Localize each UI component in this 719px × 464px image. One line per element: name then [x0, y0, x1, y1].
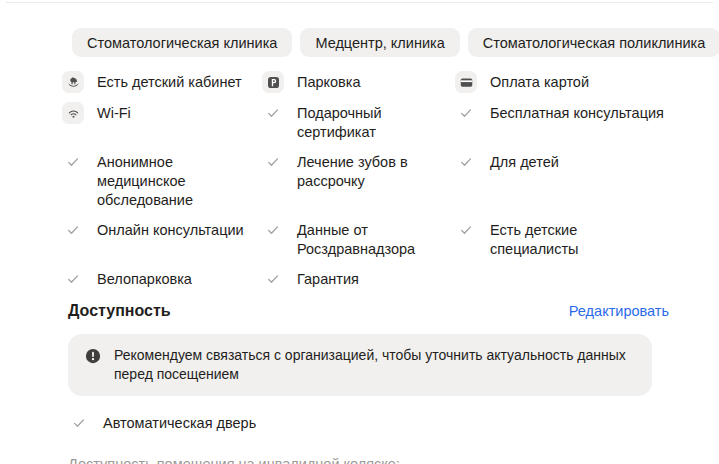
- feature-item: Wi-Fi: [62, 102, 262, 142]
- wifi-icon: [62, 102, 84, 124]
- accessibility-features: Автоматическая дверь: [68, 412, 669, 434]
- check-icon: [262, 219, 284, 241]
- feature-label: Автоматическая дверь: [103, 412, 256, 433]
- category-chip-3[interactable]: Стоматологическая поликлиника: [468, 28, 719, 57]
- features-grid: Есть детский кабинетПарковкаОплата карто…: [62, 71, 669, 290]
- check-icon: [62, 268, 84, 290]
- section-title: Доступность: [68, 302, 171, 320]
- feature-label: Подарочный сертификат: [297, 102, 455, 142]
- category-chips: Стоматологическая клиникаМедцентр, клини…: [72, 28, 669, 57]
- feature-label: Данные от Росздравнадзора: [297, 219, 455, 259]
- check-icon: [262, 102, 284, 124]
- feature-item: Велопарковка: [62, 268, 262, 290]
- check-icon: [262, 151, 284, 173]
- notice-banner: Рекомендуем связаться с организацией, чт…: [68, 334, 652, 396]
- business-features-panel: Стоматологическая клиникаМедцентр, клини…: [0, 3, 719, 464]
- feature-label: Бесплатная консультация: [490, 102, 664, 123]
- feature-item: Лечение зубов в рассрочку: [262, 151, 455, 210]
- feature-item: Оплата картой: [455, 71, 669, 93]
- check-icon: [455, 102, 477, 124]
- edit-link[interactable]: Редактировать: [569, 303, 669, 319]
- card-icon: [455, 71, 477, 93]
- feature-label: Велопарковка: [97, 268, 192, 289]
- feature-item: Гарантия: [262, 268, 455, 290]
- wheelchair-accessibility: Доступность помещения на инвалидной коля…: [68, 454, 413, 464]
- category-chip-2[interactable]: Медцентр, клиника: [300, 28, 459, 57]
- check-icon: [62, 151, 84, 173]
- wheelchair-label: Доступность помещения на инвалидной коля…: [68, 456, 400, 464]
- feature-item: Парковка: [262, 71, 455, 93]
- feature-item: Подарочный сертификат: [262, 102, 455, 142]
- exclamation-icon: [84, 347, 102, 365]
- accessibility-header: Доступность Редактировать: [68, 302, 669, 320]
- feature-label: Онлайн консультации: [97, 219, 244, 240]
- notice-text: Рекомендуем связаться с организацией, чт…: [114, 346, 634, 384]
- feature-label: Лечение зубов в рассрочку: [297, 151, 455, 191]
- check-icon: [68, 412, 90, 434]
- feature-item: Данные от Росздравнадзора: [262, 219, 455, 259]
- feature-item: Для детей: [455, 151, 669, 210]
- feature-item: Онлайн консультации: [62, 219, 262, 259]
- check-icon: [62, 219, 84, 241]
- accessibility-section: Доступность Редактировать Рекомендуем св…: [68, 302, 669, 464]
- check-icon: [262, 268, 284, 290]
- feature-label: Парковка: [297, 71, 361, 92]
- check-icon: [455, 219, 477, 241]
- feature-item: Бесплатная консультация: [455, 102, 669, 142]
- feature-item: Есть детский кабинет: [62, 71, 262, 93]
- feature-item: Автоматическая дверь: [68, 412, 669, 434]
- feature-item: Анонимное медицинское обследование: [62, 151, 262, 210]
- feature-label: Есть детские специалисты: [490, 219, 669, 259]
- check-icon: [455, 151, 477, 173]
- rocking-horse-icon: [62, 71, 84, 93]
- feature-label: Wi-Fi: [97, 102, 131, 123]
- feature-label: Анонимное медицинское обследование: [97, 151, 262, 210]
- feature-label: Есть детский кабинет: [97, 71, 242, 92]
- feature-label: Оплата картой: [490, 71, 589, 92]
- feature-item: Есть детские специалисты: [455, 219, 669, 259]
- parking-icon: [262, 71, 284, 93]
- feature-label: Гарантия: [297, 268, 359, 289]
- category-chip-1[interactable]: Стоматологическая клиника: [72, 28, 292, 57]
- feature-label: Для детей: [490, 151, 559, 172]
